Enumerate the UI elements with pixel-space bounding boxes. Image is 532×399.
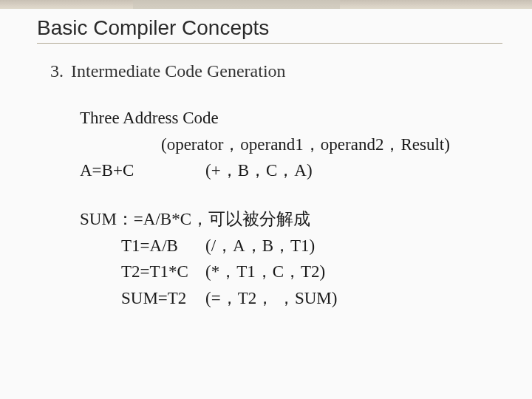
decorative-banner xyxy=(0,0,532,9)
decomp-left: T1=A/B xyxy=(80,233,205,259)
numbered-item: 3. Intermediate Code Generation xyxy=(37,61,502,81)
decomp-right: (=，T2， ，SUM) xyxy=(205,285,502,312)
slide-content: Basic Compiler Concepts 3. Intermediate … xyxy=(0,0,532,333)
tac-format: (operator，operand1，operand2，Result) xyxy=(80,132,502,158)
tac-heading: Three Address Code xyxy=(80,105,502,132)
item-number: 3. xyxy=(50,61,64,81)
slide-body: Three Address Code (operator，operand1，op… xyxy=(80,105,502,311)
table-row: T2=T1*C (*，T1，C，T2) xyxy=(80,259,502,285)
decomposition-heading: SUM：=A/B*C，可以被分解成 xyxy=(80,206,502,233)
slide-title: Basic Compiler Concepts xyxy=(37,13,502,44)
decomp-right: (/，A，B，T1) xyxy=(205,233,502,259)
tac-example-row: A=B+C (+，B，C，A) xyxy=(80,157,502,184)
decomp-left: SUM=T2 xyxy=(80,285,205,312)
decomposition-rows: T1=A/B (/，A，B，T1) T2=T1*C (*，T1，C，T2) SU… xyxy=(80,233,502,312)
item-label: Intermediate Code Generation xyxy=(71,61,286,81)
decomp-right: (*，T1，C，T2) xyxy=(205,259,502,285)
tac-example-left: A=B+C xyxy=(80,157,205,184)
decomposition-block: SUM：=A/B*C，可以被分解成 T1=A/B (/，A，B，T1) T2=T… xyxy=(80,206,502,312)
decomp-left: T2=T1*C xyxy=(80,259,205,285)
tac-example-right: (+，B，C，A) xyxy=(205,157,502,184)
table-row: SUM=T2 (=，T2， ，SUM) xyxy=(80,285,502,312)
table-row: T1=A/B (/，A，B，T1) xyxy=(80,233,502,259)
